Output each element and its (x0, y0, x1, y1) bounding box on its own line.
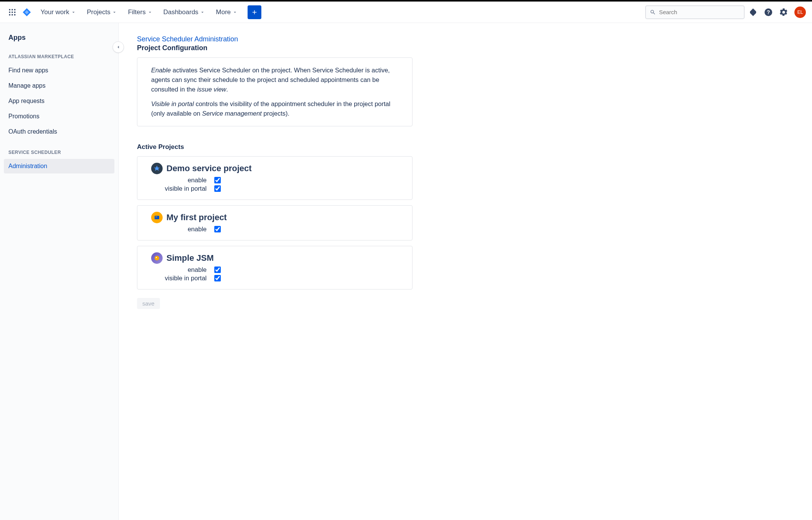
notifications-icon[interactable] (746, 5, 760, 19)
plus-icon (251, 9, 258, 16)
help-icon[interactable]: ? (761, 5, 775, 19)
info-em: issue view (197, 86, 226, 93)
info-panel: Enable activates Service Scheduler on th… (137, 57, 413, 126)
nav-your-work[interactable]: Your work (37, 6, 80, 18)
field-label-visible-in-portal: visible in portal (151, 275, 207, 282)
breadcrumb-link[interactable]: Service Scheduler Administration (137, 35, 794, 43)
svg-rect-2 (14, 9, 15, 10)
project-card: Simple JSM enable visible in portal (137, 246, 413, 289)
project-avatar-icon (151, 163, 163, 174)
svg-text:?: ? (767, 9, 770, 15)
nav-label: More (216, 8, 231, 16)
sidebar-item-administration[interactable]: Administration (4, 159, 114, 173)
collapse-sidebar-button[interactable] (113, 41, 124, 53)
search-input[interactable] (659, 9, 740, 15)
info-em: Visible in portal (151, 100, 194, 107)
svg-rect-7 (11, 14, 13, 15)
svg-rect-8 (14, 14, 15, 15)
main-content: Service Scheduler Administration Project… (119, 23, 812, 520)
chevron-left-icon (116, 44, 121, 50)
svg-rect-6 (9, 14, 10, 15)
chevron-down-icon (71, 10, 76, 15)
user-avatar[interactable]: EL (794, 7, 806, 18)
field-label-enable: enable (151, 226, 207, 233)
top-navigation: Your work Projects Filters Dashboards Mo… (0, 2, 812, 23)
sidebar-title: Apps (4, 32, 114, 49)
sidebar-section-header: SERVICE SCHEDULER (4, 145, 114, 158)
jira-logo-icon[interactable] (21, 7, 32, 18)
svg-rect-0 (9, 9, 10, 10)
info-text: . (226, 86, 228, 93)
field-label-enable: enable (151, 266, 207, 273)
info-em: Service management (202, 110, 262, 117)
visible-in-portal-checkbox[interactable] (214, 185, 221, 192)
section-title-active-projects: Active Projects (137, 143, 794, 151)
nav-more[interactable]: More (212, 6, 241, 18)
page-title: Project Configuration (137, 44, 794, 52)
project-avatar-icon (151, 212, 163, 223)
nav-projects[interactable]: Projects (83, 6, 121, 18)
sidebar-item-find-new-apps[interactable]: Find new apps (4, 63, 114, 78)
info-em: Enable (151, 67, 171, 74)
project-name: Demo service project (166, 164, 252, 173)
info-text: activates Service Scheduler on the proje… (151, 67, 390, 93)
enable-checkbox[interactable] (214, 226, 221, 232)
chevron-down-icon (147, 10, 153, 15)
svg-rect-5 (14, 11, 15, 13)
svg-rect-4 (11, 11, 13, 13)
nav-label: Filters (128, 8, 145, 16)
project-name: My first project (166, 213, 227, 222)
enable-checkbox[interactable] (214, 267, 221, 273)
enable-checkbox[interactable] (214, 177, 221, 183)
sidebar-item-promotions[interactable]: Promotions (4, 109, 114, 124)
save-button[interactable]: save (137, 298, 160, 309)
project-card: Demo service project enable visible in p… (137, 156, 413, 200)
nav-dashboards[interactable]: Dashboards (160, 6, 209, 18)
project-card: My first project enable (137, 205, 413, 240)
chevron-down-icon (112, 10, 117, 15)
sidebar-item-app-requests[interactable]: App requests (4, 94, 114, 108)
visible-in-portal-checkbox[interactable] (214, 275, 221, 281)
info-text: projects). (262, 110, 289, 117)
nav-label: Projects (87, 8, 110, 16)
app-switcher-icon[interactable] (6, 6, 18, 18)
nav-label: Dashboards (163, 8, 199, 16)
sidebar-item-manage-apps[interactable]: Manage apps (4, 78, 114, 93)
create-button[interactable] (248, 5, 261, 19)
svg-rect-1 (11, 9, 13, 10)
sidebar-section-header: ATLASSIAN MARKETPLACE (4, 49, 114, 62)
svg-point-13 (155, 256, 159, 260)
svg-point-14 (156, 257, 157, 258)
chevron-down-icon (200, 10, 205, 15)
nav-filters[interactable]: Filters (124, 6, 156, 18)
project-name: Simple JSM (166, 253, 214, 263)
sidebar: Apps ATLASSIAN MARKETPLACE Find new apps… (0, 23, 119, 520)
search-input-container[interactable] (645, 5, 745, 19)
settings-icon[interactable] (777, 5, 791, 19)
svg-rect-11 (155, 216, 159, 219)
svg-rect-12 (155, 217, 157, 217)
nav-label: Your work (41, 8, 69, 16)
field-label-enable: enable (151, 177, 207, 184)
chevron-down-icon (232, 10, 238, 15)
search-icon (650, 9, 656, 16)
svg-rect-3 (9, 11, 10, 13)
field-label-visible-in-portal: visible in portal (151, 185, 207, 192)
sidebar-item-oauth-credentials[interactable]: OAuth credentials (4, 124, 114, 139)
project-avatar-icon (151, 252, 163, 264)
